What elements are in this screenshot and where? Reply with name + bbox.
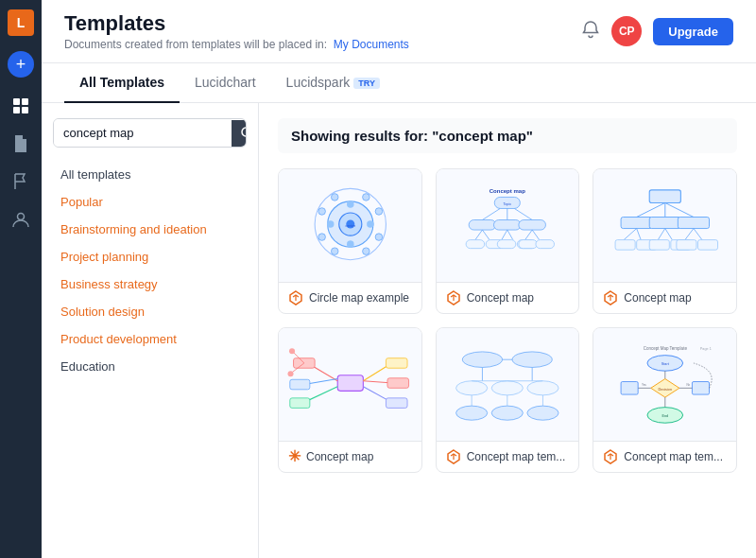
search-input[interactable] — [54, 119, 232, 147]
template-name-5: Concept map tem... — [467, 450, 566, 463]
template-label-5: Concept map tem... — [437, 442, 579, 472]
page-header: Templates Documents created from templat… — [42, 0, 756, 63]
svg-line-36 — [483, 230, 490, 240]
template-label-6: Concept map tem... — [593, 442, 736, 472]
try-badge: TRY — [353, 78, 380, 89]
svg-rect-45 — [519, 240, 538, 249]
template-label-3: Concept map — [593, 283, 736, 313]
sidebar-item-popular[interactable]: Popular — [53, 188, 247, 216]
svg-rect-0 — [13, 98, 20, 105]
svg-text:center: center — [345, 224, 355, 228]
lucidchart-icon-2 — [446, 290, 461, 305]
lucidchart-icon — [288, 290, 303, 305]
svg-line-57 — [665, 229, 673, 240]
template-card-5[interactable]: Concept map tem... — [436, 327, 580, 473]
add-button[interactable]: + — [8, 51, 34, 78]
svg-rect-51 — [621, 217, 652, 228]
svg-line-54 — [624, 229, 637, 240]
svg-rect-47 — [649, 190, 680, 203]
svg-point-19 — [362, 194, 369, 201]
app-logo[interactable]: L — [8, 9, 34, 36]
svg-rect-78 — [386, 398, 407, 409]
svg-point-25 — [318, 234, 325, 241]
svg-point-24 — [318, 208, 325, 216]
svg-line-58 — [685, 229, 694, 240]
sidebar-item-project-planning[interactable]: Project planning — [53, 243, 247, 270]
svg-rect-72 — [289, 398, 309, 409]
svg-point-98 — [456, 406, 488, 420]
sidebar-item-education[interactable]: Education — [53, 353, 247, 380]
asterisk-icon: ✳ — [288, 449, 301, 464]
search-button[interactable] — [232, 120, 247, 147]
sidebar-item-all-templates[interactable]: All templates — [53, 161, 247, 188]
svg-rect-2 — [13, 107, 20, 113]
svg-point-7 — [242, 128, 247, 136]
svg-rect-62 — [649, 240, 669, 251]
lucidchart-icon-3 — [603, 290, 618, 305]
svg-point-21 — [375, 234, 383, 241]
svg-point-89 — [491, 381, 523, 395]
svg-point-100 — [527, 406, 558, 420]
nav-icon-flag[interactable] — [4, 165, 38, 199]
header-right: CP Upgrade — [581, 16, 733, 46]
svg-point-23 — [331, 248, 338, 255]
results-header: Showing results for: "concept map" — [278, 118, 737, 153]
svg-rect-60 — [615, 240, 635, 251]
svg-rect-70 — [289, 379, 309, 390]
template-card-2[interactable]: Concept map Topic — [436, 168, 580, 314]
svg-rect-112 — [621, 381, 638, 394]
nav-icon-grid[interactable] — [4, 89, 38, 123]
svg-text:Page 1: Page 1 — [700, 347, 712, 351]
svg-point-20 — [375, 208, 383, 216]
template-card-4[interactable]: ✳ Concept map — [278, 327, 422, 473]
svg-line-55 — [637, 229, 642, 240]
upgrade-button[interactable]: Upgrade — [653, 18, 733, 45]
page-title: Templates — [64, 11, 581, 36]
nav-icon-doc[interactable] — [4, 127, 38, 161]
header-left: Templates Documents created from templat… — [64, 11, 581, 51]
svg-point-82 — [287, 371, 293, 376]
svg-line-37 — [502, 230, 507, 240]
svg-rect-43 — [497, 240, 516, 249]
template-card-3[interactable]: Concept map — [593, 168, 737, 314]
sidebar-item-product-development[interactable]: Product development — [53, 325, 247, 353]
header-subtitle: Documents created from templates will be… — [64, 38, 581, 51]
sidebar-item-solution-design[interactable]: Solution design — [53, 298, 247, 325]
template-label-2: Concept map — [437, 283, 579, 313]
tab-lucidspark[interactable]: LucidsparkTRY — [271, 63, 395, 103]
template-thumb-3 — [593, 169, 736, 283]
content-area: Showing results for: "concept map" cente… — [259, 103, 756, 558]
svg-rect-33 — [494, 219, 522, 230]
svg-text:Start: Start — [662, 362, 670, 366]
svg-text:Decision: Decision — [658, 388, 671, 392]
template-name-4: Concept map — [306, 450, 373, 463]
svg-rect-76 — [387, 378, 408, 389]
svg-text:No: No — [686, 383, 690, 387]
svg-point-84 — [512, 352, 552, 368]
my-documents-link[interactable]: My Documents — [334, 38, 409, 51]
svg-point-17 — [326, 220, 334, 228]
sidebar-item-brainstorming[interactable]: Brainstorming and ideation — [53, 216, 247, 243]
sidebar-item-business-strategy[interactable]: Business strategy — [53, 270, 247, 298]
tab-all-templates[interactable]: All Templates — [64, 63, 180, 103]
nav-icon-person[interactable] — [4, 202, 38, 236]
svg-rect-52 — [649, 217, 680, 228]
svg-point-80 — [289, 348, 295, 354]
template-card-6[interactable]: Concept Map Template Page 1 Start Decisi… — [593, 327, 737, 473]
tab-lucidchart[interactable]: Lucidchart — [180, 63, 271, 103]
svg-line-39 — [525, 230, 533, 240]
lucidchart-icon-6 — [603, 449, 618, 464]
svg-rect-53 — [678, 217, 709, 228]
svg-line-59 — [694, 229, 702, 240]
template-card-1[interactable]: center — [278, 168, 422, 314]
svg-point-14 — [347, 201, 354, 208]
svg-point-18 — [331, 194, 338, 201]
svg-point-22 — [362, 248, 369, 255]
template-grid: center — [278, 168, 737, 473]
svg-rect-1 — [22, 98, 28, 105]
notifications-icon[interactable] — [581, 20, 600, 44]
svg-rect-5 — [17, 146, 25, 148]
svg-point-15 — [367, 220, 374, 228]
user-avatar[interactable]: CP — [611, 16, 642, 46]
body-layout: All templates Popular Brainstorming and … — [42, 103, 756, 558]
